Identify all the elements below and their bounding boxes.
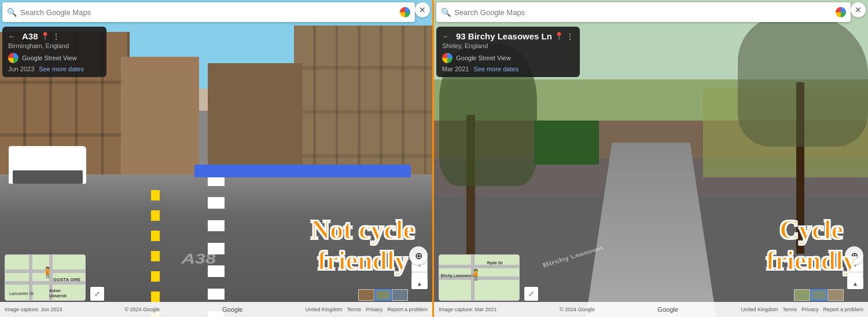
overlay-line2-left: friendly: [311, 246, 415, 276]
thumb-strip-left: [358, 289, 408, 301]
link-terms-left[interactable]: Terms: [347, 307, 361, 312]
bottom-bar-left: Image capture: Jun 2023 © 2024 Google Go…: [0, 302, 432, 317]
van: [9, 146, 86, 184]
thumb3-left[interactable]: [392, 289, 408, 301]
date-right: Mar 2021: [442, 65, 469, 72]
gsv-label-left: Google Street View: [22, 54, 77, 61]
right-panel: Birchy Leasowes 🔍 ✕ ← 93 Birchy Leasowes…: [434, 0, 868, 317]
thumb-strip-right: [794, 289, 844, 301]
search-bar-left[interactable]: 🔍: [2, 2, 415, 22]
pegman-left: 🧍: [41, 266, 54, 279]
link-privacy-left[interactable]: Privacy: [366, 307, 383, 312]
mini-map-text-left: AstonUniversit: [49, 289, 67, 298]
search-icon: 🔍: [7, 8, 17, 17]
overlay-line2-right: friendly: [766, 246, 856, 276]
thumb1-right[interactable]: [794, 289, 810, 301]
thumb2-left[interactable]: [375, 289, 391, 301]
overlay-text-right: Cycle friendly: [766, 215, 856, 276]
road-divider: [208, 174, 225, 317]
gsv-label-right: Google Street View: [456, 54, 511, 61]
thumb3-right[interactable]: [827, 289, 844, 301]
close-button-left[interactable]: ✕: [415, 2, 430, 17]
tree-canopy-2: [738, 16, 868, 147]
link-report-left[interactable]: Report a problem: [387, 307, 428, 312]
more-dates-left[interactable]: See more dates: [39, 65, 84, 72]
thumb1-left[interactable]: [358, 289, 374, 301]
link-report-right[interactable]: Report a problem: [823, 307, 863, 312]
bottom-bar-right: Image capture: Mar 2021 © 2024 Google Go…: [434, 302, 868, 317]
google-logo-left: Google: [222, 306, 242, 313]
expand-button-right[interactable]: ⤢: [524, 287, 538, 301]
location-left: Birmingham, England: [8, 42, 101, 49]
link-uk-right[interactable]: United Kingdom: [741, 307, 778, 312]
expand-button-left[interactable]: ⤢: [90, 287, 104, 301]
link-uk-left[interactable]: United Kingdom: [305, 307, 342, 312]
pin-icon-right[interactable]: 📍: [554, 32, 564, 41]
info-card-left: ← A38 📍 ⋮ Birmingham, England Google Str…: [2, 27, 106, 77]
mini-map-left[interactable]: Lancaster St GOSTA GRE 🧍 AstonUniversit: [5, 254, 86, 301]
copyright-right: © 2024 Google: [560, 307, 595, 312]
search-input-left[interactable]: [20, 8, 396, 17]
road-marking-a38: A38: [181, 251, 216, 267]
copyright-left: © 2024 Google: [124, 307, 160, 312]
pegman-right: 🧍: [469, 268, 482, 281]
more-icon-left[interactable]: ⋮: [52, 32, 60, 41]
left-panel: A38 🔍 ✕ ← A38 📍 ⋮ Birmingham, England Go…: [0, 0, 434, 317]
thumb2-right[interactable]: [811, 289, 827, 301]
bottom-links-left: United Kingdom Terms Privacy Report a pr…: [305, 307, 428, 312]
image-capture-left: Image capture: Jun 2023: [5, 307, 62, 312]
search-input-right[interactable]: [454, 8, 832, 17]
road-barrier: [194, 165, 411, 177]
maps-logo-left: [400, 7, 410, 17]
overlay-line1-right: Cycle: [766, 215, 856, 246]
search-icon-right: 🔍: [441, 8, 451, 17]
road-divider2: [151, 190, 160, 317]
link-privacy-right[interactable]: Privacy: [801, 307, 819, 312]
bottom-links-right: United Kingdom Terms Privacy Report a pr…: [741, 307, 863, 312]
more-dates-right[interactable]: See more dates: [473, 65, 518, 72]
more-icon-right[interactable]: ⋮: [566, 32, 574, 41]
mini-map-bg-right: 🧍 Birchy Leasowes Ln Ryde Gr: [439, 255, 519, 300]
google-logo-right: Google: [657, 306, 678, 313]
gsv-icon-right: [442, 53, 453, 63]
image-capture-right: Image capture: Mar 2021: [439, 307, 497, 312]
chevron-up-left[interactable]: ▲: [411, 278, 428, 289]
mini-map-bg-left: Lancaster St GOSTA GRE 🧍 AstonUniversit: [5, 255, 85, 300]
overlay-text-left: Not cycle friendly: [311, 215, 415, 276]
gsv-icon-left: [8, 53, 19, 63]
road-name-right: 93 Birchy Leasowes Ln: [456, 31, 552, 41]
park-hedge: [534, 121, 599, 165]
chevron-up-right[interactable]: ▲: [847, 278, 863, 289]
link-terms-right[interactable]: Terms: [782, 307, 797, 312]
mm-label-street: Lancaster St: [9, 292, 34, 296]
search-bar-right[interactable]: 🔍: [436, 2, 851, 22]
back-button-left[interactable]: ←: [8, 32, 16, 41]
mm-label-location: GOSTA GRE: [53, 277, 80, 282]
pin-icon-left[interactable]: 📍: [41, 32, 50, 41]
date-left: Jun 2023: [8, 65, 34, 72]
mini-map-right[interactable]: 🧍 Birchy Leasowes Ln Ryde Gr: [439, 254, 520, 301]
info-card-right: ← 93 Birchy Leasowes Ln 📍 ⋮ Shirley, Eng…: [436, 27, 580, 77]
location-right: Shirley, England: [442, 42, 574, 49]
road-name-left: A38: [22, 31, 38, 41]
overlay-line1-left: Not cycle: [311, 215, 415, 246]
close-button-right[interactable]: ✕: [851, 2, 866, 17]
maps-logo-right: [836, 7, 846, 17]
mm-label-r2: Ryde Gr: [487, 261, 503, 265]
back-button-right[interactable]: ←: [442, 32, 450, 41]
